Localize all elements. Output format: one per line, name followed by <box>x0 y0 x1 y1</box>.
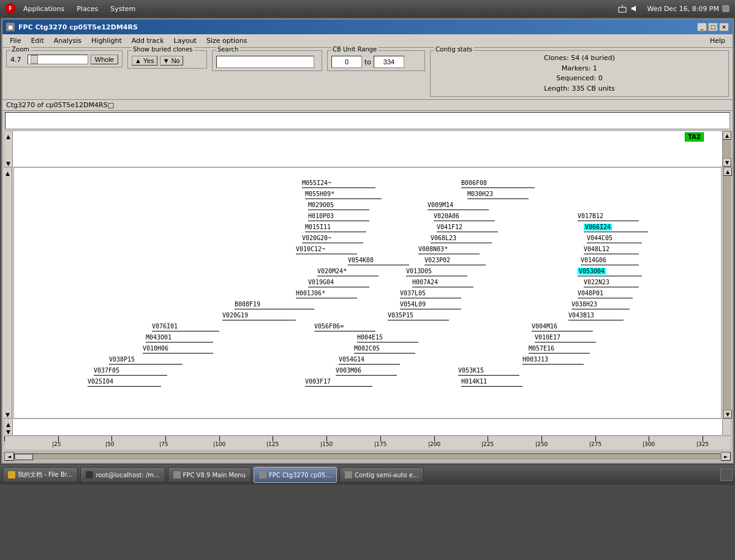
applications-menu[interactable]: Applications <box>18 4 69 14</box>
clone-label[interactable]: V004M16 <box>532 323 557 330</box>
clone-label[interactable]: V035P15 <box>388 312 413 319</box>
clone-label[interactable]: H001J06* <box>296 290 325 297</box>
clone-label[interactable]: V010H06 <box>143 345 168 352</box>
clone-label[interactable]: V054K08 <box>348 257 374 263</box>
system-menu[interactable]: System <box>105 4 140 14</box>
menu-layout[interactable]: Layout <box>169 36 202 46</box>
clone-label[interactable]: V048P01 <box>578 290 603 297</box>
bottom-vscroll-placeholder <box>722 419 731 435</box>
search-input[interactable] <box>216 56 314 68</box>
scroll-down-main[interactable]: ▼ <box>6 412 10 418</box>
cb-from-input[interactable] <box>331 56 362 68</box>
clone-label[interactable]: V008N03* <box>418 246 448 252</box>
vscroll-track[interactable] <box>723 176 731 410</box>
scroll-up-top[interactable]: ▲ <box>6 134 10 140</box>
clone-label[interactable]: V056F06= <box>314 323 344 330</box>
hscroll-track[interactable] <box>14 453 721 460</box>
taskbar-fpc-ctg[interactable]: FPC Ctg3270 cp05... <box>254 467 337 483</box>
clone-label[interactable]: M055H09* <box>305 191 334 197</box>
clone-label[interactable]: B008F19 <box>235 301 260 308</box>
clone-label[interactable]: V066I24 <box>584 224 612 230</box>
hscroll-left[interactable]: ◄ <box>4 452 14 461</box>
scroll-down-bottom[interactable]: ▼ <box>6 429 10 435</box>
hscroll-right[interactable]: ► <box>721 452 731 461</box>
clone-label[interactable]: V054L09 <box>400 301 426 308</box>
buried-yes-button[interactable]: ▲ Yes <box>132 56 157 66</box>
clone-label[interactable]: H007A24 <box>412 279 438 286</box>
clone-label[interactable]: V043B13 <box>568 312 594 319</box>
clone-label[interactable]: M002C05 <box>354 345 380 352</box>
menu-help[interactable]: Help <box>705 36 730 46</box>
gnome-logo[interactable]: F <box>5 3 16 14</box>
scroll-down-top[interactable]: ▼ <box>6 161 10 167</box>
vscroll-down-top[interactable]: ▼ <box>723 158 731 167</box>
clone-label[interactable]: V017B12 <box>578 213 603 219</box>
clone-label[interactable]: H004E15 <box>357 334 383 341</box>
clone-label[interactable]: B006F08 <box>461 180 487 186</box>
cb-to-input[interactable] <box>374 56 404 68</box>
clone-label[interactable]: M043O01 <box>146 334 172 341</box>
vscroll-track-top[interactable] <box>723 140 731 158</box>
clone-label[interactable]: V037F05 <box>94 367 119 374</box>
clone-label[interactable]: H014K11 <box>461 378 487 385</box>
vscroll-down[interactable]: ▼ <box>723 410 732 418</box>
taskbar-terminal[interactable]: root@localhost: /m... <box>80 467 165 483</box>
show-desktop-button[interactable] <box>720 469 733 481</box>
clone-label[interactable]: H010P03 <box>308 213 334 219</box>
clone-label[interactable]: V022N23 <box>584 279 609 286</box>
clone-label[interactable]: V041F12 <box>437 224 462 230</box>
clone-label[interactable]: V053O04 <box>578 268 606 274</box>
clone-label[interactable]: V010C12~ <box>296 246 325 252</box>
menu-size-options[interactable]: Size options <box>202 36 252 46</box>
clone-label[interactable]: V054G14 <box>339 356 364 363</box>
taskbar-fpc-main[interactable]: FPC V8.9 Main Menu <box>168 467 251 483</box>
clone-label[interactable]: V076I01 <box>152 323 178 330</box>
clone-label[interactable]: V020A06 <box>434 213 459 219</box>
close-button[interactable]: × <box>719 23 729 31</box>
clone-label[interactable]: M015I11 <box>305 224 331 230</box>
menu-highlight[interactable]: Highlight <box>86 36 127 46</box>
clone-label[interactable]: V019G04 <box>308 279 334 286</box>
clone-label[interactable]: V013D05 <box>406 268 432 274</box>
vscroll-up-top[interactable]: ▲ <box>723 131 731 140</box>
clone-label[interactable]: M055I24~ <box>302 180 331 186</box>
clone-label[interactable]: V003F17 <box>305 378 331 385</box>
zoom-slider[interactable] <box>28 55 88 64</box>
whole-button[interactable]: Whole <box>91 55 118 64</box>
clone-label[interactable]: M029O05 <box>308 202 334 208</box>
clone-label[interactable]: V038P15 <box>109 356 135 363</box>
maximize-button[interactable]: □ <box>708 23 718 31</box>
clone-label[interactable]: M057E16 <box>529 345 554 352</box>
clone-label[interactable]: H003J13 <box>522 356 548 363</box>
clone-label[interactable]: V003M06 <box>336 367 361 374</box>
clone-label[interactable]: V020G19 <box>222 312 248 319</box>
minimize-button[interactable]: _ <box>697 23 707 31</box>
clone-label[interactable]: M030H23 <box>467 191 493 197</box>
clone-label[interactable]: V037L05 <box>400 290 426 297</box>
menu-file[interactable]: File <box>5 36 26 46</box>
scroll-up-bottom[interactable]: ▲ <box>6 422 10 428</box>
taskbar-contig-semi[interactable]: Contig semi-auto e... <box>339 467 424 483</box>
clone-label[interactable]: V053K15 <box>458 367 484 374</box>
taskbar-files[interactable]: 我的文档 - File Br... <box>2 467 78 483</box>
vscroll-up[interactable]: ▲ <box>723 167 732 176</box>
clone-label[interactable]: V044C05 <box>587 235 612 241</box>
clone-line <box>152 331 219 331</box>
scroll-up-main[interactable]: ▲ <box>6 170 10 176</box>
clone-label[interactable]: V048L12 <box>584 246 609 252</box>
clone-label[interactable]: V023P02 <box>424 257 450 263</box>
menu-add-track[interactable]: Add track <box>127 36 169 46</box>
buried-no-button[interactable]: ▼ No <box>160 56 183 66</box>
clone-label[interactable]: V068L23 <box>431 235 456 241</box>
menu-analysis[interactable]: Analysis <box>49 36 86 46</box>
clone-label[interactable]: V020M24* <box>317 268 347 274</box>
hscroll-thumb[interactable] <box>15 454 33 460</box>
clone-label[interactable]: V020G20~ <box>302 235 331 241</box>
menu-edit[interactable]: Edit <box>26 36 48 46</box>
places-menu[interactable]: Places <box>72 4 103 14</box>
clone-label[interactable]: V014G06 <box>581 257 606 263</box>
clone-label[interactable]: V009M14 <box>428 202 453 208</box>
clone-label[interactable]: V010E17 <box>535 334 560 341</box>
clone-label[interactable]: V025I04 <box>88 378 113 385</box>
clone-label[interactable]: V038H23 <box>571 301 597 308</box>
